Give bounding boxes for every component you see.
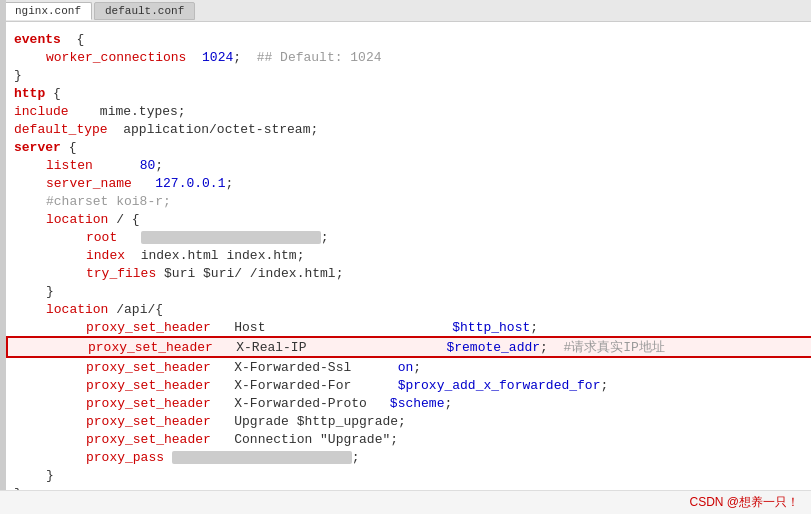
code-line: proxy_set_header X-Forwarded-For $proxy_… [6, 376, 811, 394]
code-line: proxy_pass ; [6, 448, 811, 466]
directive: proxy_set_header [88, 340, 213, 355]
value: $proxy_add_x_forwarded_for [398, 378, 601, 393]
comment: ## Default: 1024 [257, 50, 382, 65]
code-line: server_name 127.0.0.1; [6, 174, 811, 192]
directive: proxy_pass [86, 450, 164, 465]
directive: location [46, 302, 108, 317]
blurred-value [172, 451, 352, 464]
value: $remote_addr [446, 340, 540, 355]
value: 1024 [202, 50, 233, 65]
footer: CSDN @想养一只！ [0, 490, 811, 514]
code-line: location /api/{ [6, 300, 811, 318]
code-line: worker_connections 1024; ## Default: 102… [6, 48, 811, 66]
tab-bar: nginx.conf default.conf [0, 0, 811, 22]
code-line: location / { [6, 210, 811, 228]
keyword: http [14, 86, 45, 101]
value: $http_host [452, 320, 530, 335]
value: on [398, 360, 414, 375]
directive: default_type [14, 122, 108, 137]
directive: proxy_set_header [86, 360, 211, 375]
keyword: events [14, 32, 61, 47]
code-line: } [6, 66, 811, 84]
directive: include [14, 104, 69, 119]
directive: root [86, 230, 117, 245]
code-line: include mime.types; [6, 102, 811, 120]
keyword: server [14, 140, 61, 155]
blurred-value [141, 231, 321, 244]
code-line: root ; [6, 228, 811, 246]
code-line: } [6, 466, 811, 484]
code-line: } [6, 282, 811, 300]
code-line: proxy_set_header X-Forwarded-Ssl on; [6, 358, 811, 376]
directive: proxy_set_header [86, 414, 211, 429]
comment: #charset koi8-r; [46, 194, 171, 209]
directive: proxy_set_header [86, 432, 211, 447]
code-line: try_files $uri $uri/ /index.html; [6, 264, 811, 282]
directive: worker_connections [46, 50, 186, 65]
directive: listen [46, 158, 93, 173]
tab-nginx[interactable]: nginx.conf [4, 2, 92, 20]
code-line: http { [6, 84, 811, 102]
code-line: listen 80; [6, 156, 811, 174]
code-line: index index.html index.htm; [6, 246, 811, 264]
directive: index [86, 248, 125, 263]
directive: server_name [46, 176, 132, 191]
directive: try_files [86, 266, 156, 281]
code-line: proxy_set_header Upgrade $http_upgrade; [6, 412, 811, 430]
code-line: proxy_set_header Host $http_host; [6, 318, 811, 336]
directive: location [46, 212, 108, 227]
code-line: proxy_set_header X-Forwarded-Proto $sche… [6, 394, 811, 412]
highlighted-code-line: proxy_set_header X-Real-IP $remote_addr;… [6, 336, 811, 358]
directive: proxy_set_header [86, 396, 211, 411]
left-border [0, 0, 6, 490]
value: $scheme [390, 396, 445, 411]
footer-text: CSDN @想养一只！ [689, 494, 799, 511]
code-line: default_type application/octet-stream; [6, 120, 811, 138]
tab-default[interactable]: default.conf [94, 2, 195, 20]
value: 80 [140, 158, 156, 173]
value: 127.0.0.1 [155, 176, 225, 191]
directive: proxy_set_header [86, 378, 211, 393]
code-line: proxy_set_header Connection "Upgrade"; [6, 430, 811, 448]
code-area: events { worker_connections 1024; ## Def… [6, 22, 811, 512]
comment: #请求真实IP地址 [564, 338, 665, 356]
code-line: events { [6, 30, 811, 48]
directive: proxy_set_header [86, 320, 211, 335]
code-line: #charset koi8-r; [6, 192, 811, 210]
code-line: server { [6, 138, 811, 156]
